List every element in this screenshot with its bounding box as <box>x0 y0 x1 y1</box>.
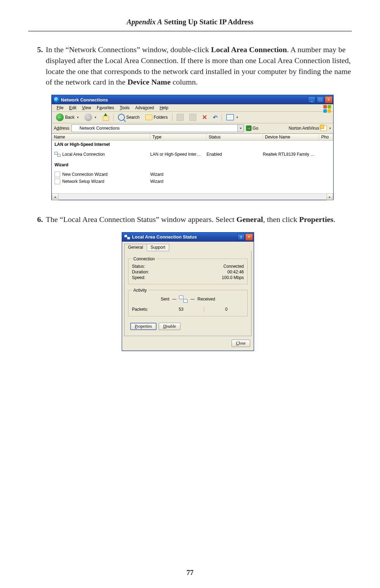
address-label: Address <box>54 126 69 131</box>
copy-icon <box>189 114 196 121</box>
menu-advanced[interactable]: Advanced <box>132 105 157 111</box>
window-title: Network Connections <box>61 97 308 103</box>
step-text: In the “Network Connections” window, dou… <box>46 44 352 88</box>
norton-label: Norton AntiVirus <box>289 126 319 131</box>
copy-to-button[interactable] <box>187 113 198 122</box>
row-name: Network Setup Wizard <box>62 179 104 184</box>
scroll-left-icon[interactable]: ◂ <box>52 193 58 200</box>
activity-icon <box>179 296 188 303</box>
menu-favorites[interactable]: Favorites <box>94 105 117 111</box>
search-button[interactable]: Search <box>116 113 142 122</box>
group-legend: Activity <box>132 288 148 293</box>
sent-label: Sent <box>161 297 170 302</box>
window-connection-status: Local Area Connection Status ? × General… <box>122 232 254 351</box>
delete-icon: ✕ <box>202 113 207 121</box>
group-activity: Activity Sent — — Received Packets: 53 0 <box>128 288 248 316</box>
header-title: Setting Up Static IP Address <box>162 18 253 26</box>
undo-button[interactable]: ↶ <box>211 113 220 122</box>
wizard-icon <box>55 172 60 177</box>
move-to-button[interactable] <box>175 113 186 122</box>
row-name: New Connection Wizard <box>62 172 108 177</box>
listview-header: Name Type Status Device Name Pho <box>52 134 333 141</box>
views-button[interactable]: ▾ <box>224 113 240 121</box>
group-connection: Connection Status:Connected Duration:00:… <box>128 256 248 284</box>
forward-button[interactable]: → ▾ <box>82 113 99 122</box>
go-label: Go <box>253 126 258 131</box>
tab-general[interactable]: General <box>124 244 147 251</box>
menu-view[interactable]: View <box>79 105 94 111</box>
disable-button[interactable]: Disable <box>159 323 181 330</box>
step-5: 5. In the “Network Connections” window, … <box>28 44 352 88</box>
group-legend: Connection <box>132 256 156 261</box>
address-input[interactable]: Network Connections ▾ <box>71 124 244 132</box>
dialog-panel: Connection Status:Connected Duration:00:… <box>124 251 252 336</box>
column-type[interactable]: Type <box>150 134 207 140</box>
go-button[interactable]: → Go <box>246 125 258 131</box>
undo-icon: ↶ <box>213 114 217 121</box>
tab-support[interactable]: Support <box>147 244 169 251</box>
close-button[interactable]: × <box>325 96 332 103</box>
menu-help[interactable]: Help <box>157 105 171 111</box>
received-label: Received <box>197 297 215 302</box>
back-label: Back <box>65 115 75 120</box>
window-title: Local Area Connection Status <box>132 234 238 240</box>
row-new-connection-wizard[interactable]: New Connection Wizard Wizard <box>52 171 333 178</box>
step-text: The “Local Area Connection Status” windo… <box>46 214 352 225</box>
column-name[interactable]: Name <box>52 134 150 140</box>
group-lan: LAN or High-Speed Internet <box>52 141 333 148</box>
windows-logo-icon <box>323 105 332 112</box>
help-button[interactable]: ? <box>238 234 245 240</box>
column-device[interactable]: Device Name <box>263 134 319 140</box>
column-pho[interactable]: Pho <box>319 134 333 140</box>
row-type: LAN or High-Speed Inter… <box>150 152 207 157</box>
forward-dropdown-icon: ▾ <box>94 116 96 119</box>
address-value: Network Connections <box>80 126 120 131</box>
move-icon <box>177 114 184 121</box>
toolbar-separator <box>222 113 222 121</box>
norton-toolbar-item[interactable]: Norton AntiVirus ▾ <box>289 125 331 131</box>
screenshot-network-connections: Network Connections _ □ × File Edit View… <box>51 95 352 200</box>
dialog-footer: Close <box>122 336 254 351</box>
scroll-right-icon[interactable]: ▸ <box>327 193 333 200</box>
close-button[interactable]: Close <box>232 340 250 347</box>
screenshot-connection-status: Local Area Connection Status ? × General… <box>51 232 352 351</box>
close-button[interactable]: × <box>245 234 253 241</box>
row-network-setup-wizard[interactable]: Network Setup Wizard Wizard <box>52 178 333 185</box>
row-status: Enabled <box>207 152 263 157</box>
titlebar[interactable]: Local Area Connection Status ? × <box>122 233 254 242</box>
packets-row: Packets: 53 0 <box>132 305 244 312</box>
properties-button[interactable]: Properties <box>130 323 157 330</box>
menu-tools[interactable]: Tools <box>117 105 132 111</box>
packets-label: Packets: <box>132 307 164 312</box>
titlebar[interactable]: Network Connections _ □ × <box>52 95 333 104</box>
delete-button[interactable]: ✕ <box>200 113 209 122</box>
toolbar-separator <box>113 113 114 121</box>
menu-file[interactable]: File <box>54 105 66 111</box>
row-type: Wizard <box>150 172 207 177</box>
duration-value: 00:42:46 <box>227 270 244 274</box>
step-6: 6. The “Local Area Connection Status” wi… <box>28 214 352 225</box>
folders-button[interactable]: Folders <box>143 114 170 121</box>
search-label: Search <box>126 115 140 120</box>
step-number: 6. <box>28 214 46 225</box>
views-icon <box>226 114 234 120</box>
maximize-button[interactable]: □ <box>316 96 324 103</box>
address-dropdown-icon[interactable]: ▾ <box>238 125 243 132</box>
page-number: 77 <box>0 569 380 577</box>
toolbar: ← Back ▾ → ▾ Search Folder <box>52 112 333 123</box>
wizard-icon <box>55 179 60 184</box>
menu-edit[interactable]: Edit <box>66 105 79 111</box>
back-button[interactable]: ← Back ▾ <box>54 113 81 122</box>
duration-label: Duration: <box>132 270 149 274</box>
page-header: Appendix A Setting Up Static IP Address <box>28 18 352 31</box>
go-arrow-icon: → <box>246 125 252 131</box>
listview: Name Type Status Device Name Pho LAN or … <box>52 134 333 200</box>
row-local-area-connection[interactable]: Local Area Connection LAN or High-Speed … <box>52 151 333 157</box>
dialog-tabs: General Support <box>122 242 254 251</box>
column-status[interactable]: Status <box>207 134 263 140</box>
minimize-button[interactable]: _ <box>308 96 316 103</box>
group-wizard: Wizard <box>52 161 333 169</box>
up-button[interactable] <box>100 113 111 122</box>
horizontal-scrollbar[interactable]: ◂ ▸ <box>52 193 333 200</box>
dialog-buttons: Properties Disable <box>128 320 248 332</box>
